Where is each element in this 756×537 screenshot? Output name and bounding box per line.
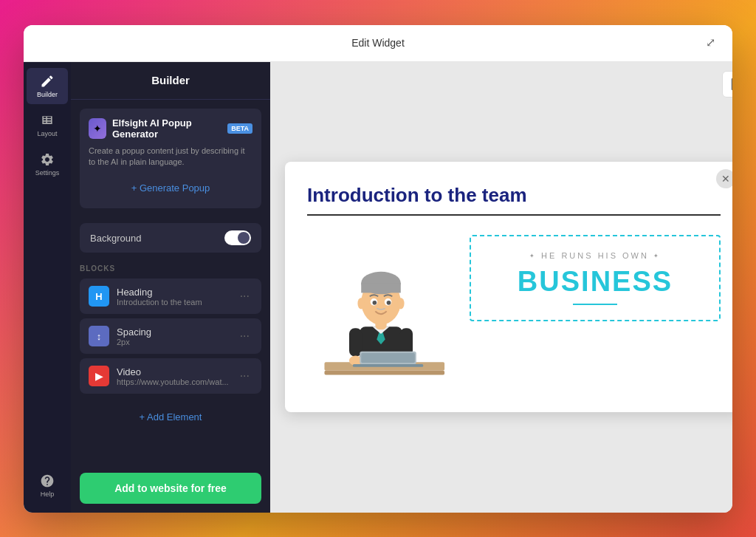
video-block-name: Video <box>117 366 230 377</box>
heading-block-icon: H <box>89 286 109 307</box>
svg-rect-5 <box>349 328 362 356</box>
icon-sidebar-bottom: Help <box>27 468 68 504</box>
sidebar-item-settings[interactable]: Settings <box>27 146 68 182</box>
builder-label: Builder <box>37 91 58 98</box>
business-subtitle: HE RUNS HIS OWN <box>529 251 661 260</box>
spacing-block-icon: ↕ <box>89 326 109 346</box>
main-content: Builder Layout Settings Help <box>24 62 732 513</box>
ai-card-header: ✦ Elfsight AI Popup Generator BETA <box>89 117 252 140</box>
background-label: Background <box>90 233 141 244</box>
ai-card-desc: Create a popup content just by describin… <box>89 146 252 168</box>
heading-more-icon[interactable]: ··· <box>237 288 252 304</box>
spacing-block-name: Spacing <box>117 326 230 338</box>
heading-block-sub: Introduction to the team <box>117 298 230 307</box>
business-underline <box>573 304 617 305</box>
block-item-heading[interactable]: H Heading Introduction to the team ··· <box>80 278 261 314</box>
business-main-text: BUSINESS <box>518 266 673 298</box>
business-text-area: HE RUNS HIS OWN BUSINESS <box>470 235 721 321</box>
video-block-icon: ▶ <box>89 366 109 386</box>
help-icon <box>40 473 55 488</box>
heading-block-name: Heading <box>117 287 230 298</box>
builder-panel-header: Builder <box>71 62 270 100</box>
character-illustration <box>307 235 455 397</box>
blocks-section: BLOCKS H Heading Introduction to the tea… <box>71 259 270 401</box>
preview-toolbar <box>722 71 732 98</box>
svg-rect-1 <box>324 371 444 375</box>
layout-icon <box>40 113 55 128</box>
add-element-button[interactable]: + Add Element <box>80 404 261 430</box>
svg-rect-10 <box>361 353 415 363</box>
ai-card: ✦ Elfsight AI Popup Generator BETA Creat… <box>80 109 261 209</box>
settings-label: Settings <box>35 169 60 177</box>
layout-label: Layout <box>37 130 57 137</box>
svg-rect-15 <box>361 283 401 293</box>
background-row: Background <box>80 223 261 253</box>
video-block-info: Video https://www.youtube.com/wat... <box>117 366 230 386</box>
builder-panel: Builder ✦ Elfsight AI Popup Generator BE… <box>71 62 270 513</box>
add-website-button[interactable]: Add to website for free <box>80 473 261 504</box>
beta-badge: BETA <box>227 123 252 134</box>
app-window: Edit Widget ⤢ Builder Layout Sett <box>24 25 732 513</box>
background-toggle[interactable] <box>224 230 251 245</box>
block-item-video[interactable]: ▶ Video https://www.youtube.com/wat... ·… <box>80 358 261 394</box>
svg-rect-11 <box>353 364 424 367</box>
expand-icon[interactable]: ⤢ <box>706 35 721 50</box>
close-icon: ✕ <box>721 173 730 185</box>
block-item-spacing[interactable]: ↕ Spacing 2px ··· <box>80 318 261 354</box>
blocks-label: BLOCKS <box>80 264 261 273</box>
popup-content: Introduction to the team <box>285 162 732 412</box>
title-bar-title: Edit Widget <box>351 37 405 49</box>
settings-icon <box>40 152 55 167</box>
spacing-more-icon[interactable]: ··· <box>237 328 252 344</box>
help-label: Help <box>41 490 55 498</box>
icon-sidebar: Builder Layout Settings Help <box>24 62 71 513</box>
preview-area: ✕ Introduction to the team <box>270 62 732 513</box>
sidebar-item-help[interactable]: Help <box>27 468 68 504</box>
spacing-block-info: Spacing 2px <box>117 326 230 346</box>
popup-body: HE RUNS HIS OWN BUSINESS <box>307 220 721 412</box>
ai-card-name: Elfsight AI Popup Generator <box>112 117 221 140</box>
popup-close-button[interactable]: ✕ <box>716 169 732 188</box>
svg-point-17 <box>397 298 405 309</box>
pencil-icon <box>40 74 55 89</box>
popup-title: Introduction to the team <box>307 184 721 216</box>
sidebar-item-builder[interactable]: Builder <box>27 68 68 104</box>
title-bar: Edit Widget ⤢ <box>24 25 732 62</box>
svg-point-16 <box>357 298 365 309</box>
character-svg <box>307 235 455 397</box>
builder-title: Builder <box>151 74 190 86</box>
generate-popup-button[interactable]: + Generate Popup <box>89 177 252 199</box>
svg-point-20 <box>373 301 377 305</box>
heading-block-info: Heading Introduction to the team <box>117 287 230 307</box>
svg-point-21 <box>387 301 391 305</box>
ai-icon: ✦ <box>89 118 106 139</box>
popup-card: ✕ Introduction to the team <box>285 162 732 412</box>
device-toggle-button[interactable] <box>722 71 732 98</box>
mobile-icon <box>729 78 732 91</box>
video-more-icon[interactable]: ··· <box>237 368 252 384</box>
video-block-sub: https://www.youtube.com/wat... <box>117 377 230 386</box>
spacing-block-sub: 2px <box>117 338 230 346</box>
sidebar-item-layout[interactable]: Layout <box>27 107 68 143</box>
